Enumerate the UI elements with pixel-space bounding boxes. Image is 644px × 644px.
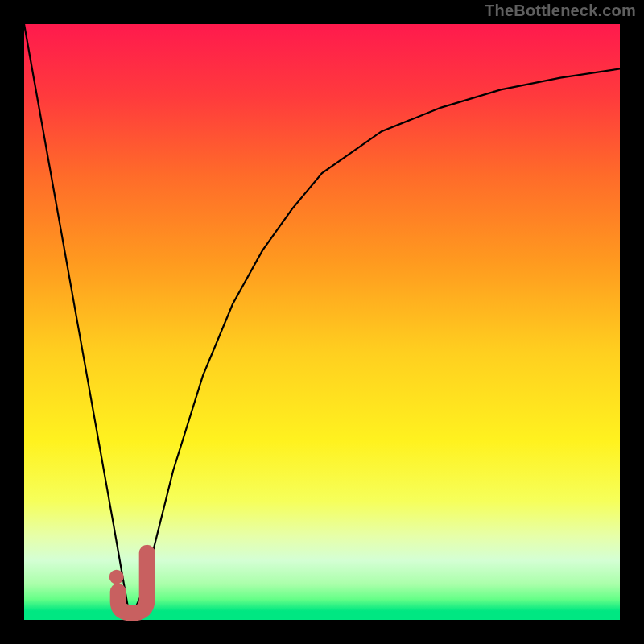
optimum-dot-marker bbox=[109, 570, 124, 584]
watermark-text: TheBottleneck.com bbox=[485, 2, 636, 20]
gradient-panel bbox=[24, 24, 620, 620]
chart-stage: TheBottleneck.com bbox=[0, 0, 644, 644]
bottleneck-chart bbox=[0, 0, 644, 644]
